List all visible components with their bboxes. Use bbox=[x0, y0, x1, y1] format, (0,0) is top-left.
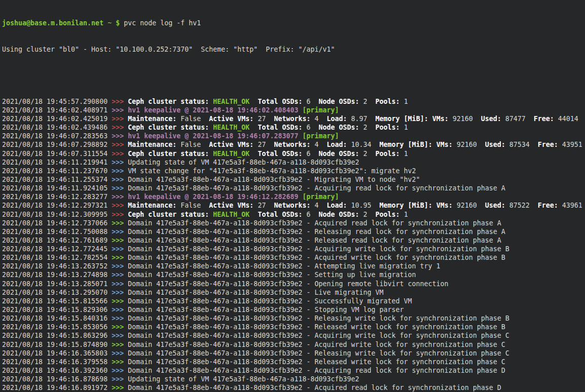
log-segment: Active VMs: bbox=[201, 141, 258, 148]
log-segment: Domain 417e5a3f-88eb-467a-a118-8d093cfb3… bbox=[128, 315, 509, 322]
log-segment: HEALTH_OK bbox=[213, 124, 249, 131]
log-line: 2021/08/18 19:46:11.924105 >>> Domain 41… bbox=[2, 184, 585, 192]
log-line: 2021/08/18 19:46:12.750088 >>> Domain 41… bbox=[2, 227, 585, 236]
log-timestamp: 2021/08/18 19:46:15.853056 bbox=[2, 323, 112, 331]
prompt-line: joshua@base.m.bonilan.net~$pvc node log … bbox=[2, 19, 585, 27]
log-segment: Domain 417e5a3f-88eb-467a-a118-8d093cfb3… bbox=[128, 367, 505, 374]
log-segment: HEALTH_OK bbox=[213, 150, 249, 158]
log-line: 2021/08/18 19:46:13.274898 >>> Domain 41… bbox=[2, 270, 585, 279]
log-segment: HEALTH_OK bbox=[213, 98, 249, 105]
log-segment: VM state change for "417e5a3f-88eb-467a-… bbox=[128, 167, 416, 175]
log-segment: Memory [MiB]: VMs: bbox=[372, 141, 457, 148]
log-line: 2021/08/18 19:46:13.285071 >>> Domain 41… bbox=[2, 280, 585, 288]
log-line: 2021/08/18 19:46:12.782554 >>> Domain 41… bbox=[2, 253, 585, 262]
log-segment: Ceph cluster status: bbox=[128, 124, 213, 131]
log-segment: 43961 bbox=[562, 202, 582, 209]
log-arrow-icon: >>> bbox=[112, 297, 128, 305]
log-segment: 1 bbox=[404, 124, 408, 131]
log-arrow-icon: >>> bbox=[112, 211, 128, 218]
log-segment: Domain 417e5a3f-88eb-467a-a118-8d093cfb3… bbox=[128, 245, 509, 253]
log-segment: Memory [MiB]: VMs: bbox=[372, 202, 457, 209]
log-segment: Memory [MiB]: VMs: bbox=[368, 115, 453, 123]
log-segment: Domain 417e5a3f-88eb-467a-a118-8d093cfb3… bbox=[128, 349, 509, 357]
log-timestamp: 2021/08/18 19:46:12.761689 bbox=[2, 237, 112, 244]
log-timestamp: 2021/08/18 19:45:57.290800 bbox=[2, 98, 112, 105]
log-line: 2021/08/18 19:46:16.379558 >>> Domain 41… bbox=[2, 358, 585, 366]
log-line: 2021/08/18 19:46:15.863296 >>> Domain 41… bbox=[2, 331, 585, 340]
log-timestamp: 2021/08/18 19:46:13.263752 bbox=[2, 262, 112, 270]
log-line: 2021/08/18 19:46:11.255374 >>> Domain 41… bbox=[2, 175, 585, 184]
log-arrow-icon: >>> bbox=[112, 106, 128, 114]
log-segment: Total OSDs: bbox=[249, 211, 306, 218]
log-segment: Maintenance: bbox=[128, 141, 180, 148]
log-line: 2021/08/18 19:46:16.392360 >>> Domain 41… bbox=[2, 366, 585, 375]
log-line: 2021/08/18 19:46:12.772445 >>> Domain 41… bbox=[2, 245, 585, 253]
log-segment: 92160 bbox=[453, 115, 473, 123]
log-segment: Used: bbox=[477, 202, 509, 209]
log-segment: hv1 keepalive @ 2021-08-18 19:46:07.2830… bbox=[128, 132, 302, 140]
log-arrow-icon: >>> bbox=[112, 167, 128, 175]
log-timestamp: 2021/08/18 19:46:12.737066 bbox=[2, 219, 112, 227]
terminal-window[interactable]: joshua@base.m.bonilan.net~$pvc node log … bbox=[0, 0, 585, 392]
log-timestamp: 2021/08/18 19:46:15.829306 bbox=[2, 306, 112, 313]
log-arrow-icon: >>> bbox=[112, 176, 128, 183]
log-segment: Domain 417e5a3f-88eb-467a-a118-8d093cfb3… bbox=[128, 262, 440, 270]
log-segment: 2 bbox=[363, 150, 368, 158]
log-segment: Maintenance: bbox=[128, 115, 180, 123]
log-timestamp: 2021/08/18 19:46:16.392360 bbox=[2, 367, 112, 374]
log-segment: 2 bbox=[363, 124, 368, 131]
log-segment: hv1 keepalive @ 2021-08-18 19:46:02.4084… bbox=[128, 106, 302, 114]
log-segment: Maintenance: bbox=[128, 202, 180, 209]
log-segment: Free: bbox=[530, 202, 562, 209]
log-line: 2021/08/18 19:46:07.311554 >>> Ceph clus… bbox=[2, 149, 585, 158]
log-line: 2021/08/18 19:46:11.237670 >>> VM state … bbox=[2, 167, 585, 175]
log-segment: Total OSDs: bbox=[249, 98, 306, 105]
log-timestamp: 2021/08/18 19:46:16.878698 bbox=[2, 375, 112, 383]
log-segment: Domain 417e5a3f-88eb-467a-a118-8d093cfb3… bbox=[128, 358, 505, 366]
log-segment: Node OSDs: bbox=[310, 98, 363, 105]
log-line: 2021/08/18 19:46:12.309995 >>> Ceph clus… bbox=[2, 210, 585, 219]
log-segment: Used: bbox=[477, 141, 509, 148]
log-timestamp: 2021/08/18 19:46:13.285071 bbox=[2, 280, 112, 288]
log-line: 2021/08/18 19:45:57.290800 >>> Ceph clus… bbox=[2, 97, 585, 106]
log-timestamp: 2021/08/18 19:46:15.863296 bbox=[2, 332, 112, 339]
log-line: 2021/08/18 19:46:12.283277 >>> hv1 keepa… bbox=[2, 192, 585, 201]
log-line: 2021/08/18 19:46:16.878698 >>> Updating … bbox=[2, 375, 585, 383]
log-segment: Domain 417e5a3f-88eb-467a-a118-8d093cfb3… bbox=[128, 323, 505, 331]
log-timestamp: 2021/08/18 19:46:12.772445 bbox=[2, 245, 112, 253]
log-timestamp: 2021/08/18 19:46:02.439486 bbox=[2, 124, 112, 131]
log-segment: 87522 bbox=[509, 202, 530, 209]
log-timestamp: 2021/08/18 19:46:13.295070 bbox=[2, 289, 112, 296]
log-segment: Domain 417e5a3f-88eb-467a-a118-8d093cfb3… bbox=[128, 271, 416, 279]
log-arrow-icon: >>> bbox=[112, 98, 128, 105]
log-line: 2021/08/18 19:46:13.263752 >>> Domain 41… bbox=[2, 262, 585, 270]
log-segment: False bbox=[180, 202, 201, 209]
log-timestamp: 2021/08/18 19:46:12.750088 bbox=[2, 228, 112, 236]
log-segment: 1 bbox=[404, 150, 408, 158]
log-segment: Pools: bbox=[368, 211, 404, 218]
log-segment: 43951 bbox=[562, 141, 582, 148]
log-arrow-icon: >>> bbox=[112, 262, 128, 270]
log-segment: Domain 417e5a3f-88eb-467a-a118-8d093cfb3… bbox=[128, 332, 509, 339]
log-arrow-icon: >>> bbox=[112, 254, 128, 261]
log-segment: Domain 417e5a3f-88eb-467a-a118-8d093cfb3… bbox=[128, 176, 420, 183]
log-segment: Domain 417e5a3f-88eb-467a-a118-8d093cfb3… bbox=[128, 228, 505, 236]
log-segment: False bbox=[180, 115, 201, 123]
log-arrow-icon: >>> bbox=[112, 159, 128, 166]
log-line: 2021/08/18 19:46:16.891972 >>> Domain 41… bbox=[2, 383, 585, 392]
log-arrow-icon: >>> bbox=[112, 184, 128, 192]
log-line: 2021/08/18 19:46:15.874890 >>> Domain 41… bbox=[2, 340, 585, 349]
log-segment: 87534 bbox=[509, 141, 530, 148]
log-line: 2021/08/18 19:46:15.840316 >>> Domain 41… bbox=[2, 314, 585, 323]
log-line: 2021/08/18 19:46:12.761689 >>> Domain 41… bbox=[2, 236, 585, 245]
log-timestamp: 2021/08/18 19:46:02.425019 bbox=[2, 115, 112, 123]
log-timestamp: 2021/08/18 19:46:12.297321 bbox=[2, 202, 112, 209]
log-segment: 87477 bbox=[505, 115, 526, 123]
log-timestamp: 2021/08/18 19:46:07.298892 bbox=[2, 141, 112, 148]
log-line: 2021/08/18 19:46:07.298892 >>> Maintenan… bbox=[2, 140, 585, 149]
log-segment: Node OSDs: bbox=[310, 124, 363, 131]
log-arrow-icon: >>> bbox=[112, 245, 128, 253]
log-segment: 1 bbox=[404, 98, 408, 105]
log-segment: Pools: bbox=[368, 98, 404, 105]
prompt-user-host: joshua@base.m.bonilan.net bbox=[2, 19, 103, 27]
